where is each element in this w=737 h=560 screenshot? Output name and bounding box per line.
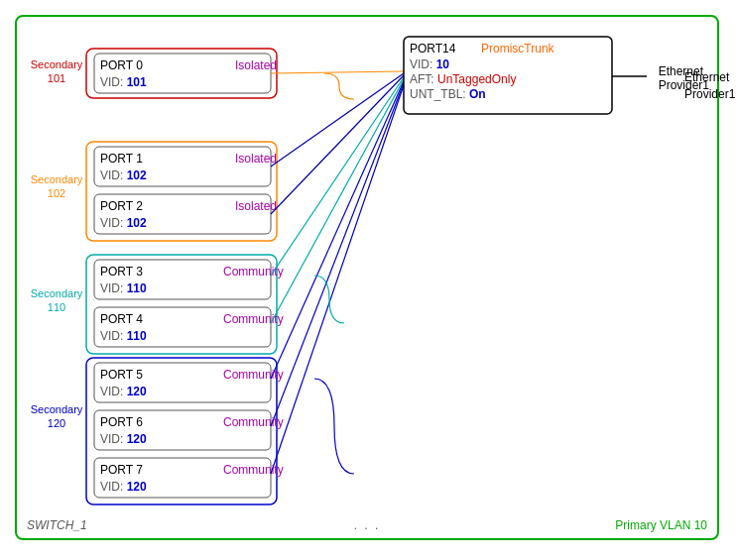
svg-text:PORT 7: PORT 7 xyxy=(100,463,143,477)
svg-text:PORT 4: PORT 4 xyxy=(100,312,143,326)
svg-text:PORT 5: PORT 5 xyxy=(100,368,143,382)
svg-text:110: 110 xyxy=(48,301,65,313)
svg-text:VID: 120: VID: 120 xyxy=(100,480,147,494)
svg-rect-20 xyxy=(94,194,271,234)
svg-text:Isolated: Isolated xyxy=(235,152,277,166)
svg-text:Secondary: Secondary xyxy=(31,58,83,70)
svg-rect-0 xyxy=(86,49,277,98)
port14-type: PromiscTrunk xyxy=(530,42,603,56)
port14-vid: VID: 10 xyxy=(413,56,603,70)
svg-rect-24 xyxy=(94,260,271,299)
svg-text:Secondary: Secondary xyxy=(31,403,83,415)
svg-text:VID: 110: VID: 110 xyxy=(100,329,147,343)
port14-box: PORT14 PromiscTrunk VID: 10 AFT: UnTagge… xyxy=(404,37,612,105)
svg-text:PORT 1: PORT 1 xyxy=(100,152,143,166)
svg-line-47 xyxy=(271,77,404,276)
svg-line-51 xyxy=(271,85,404,474)
svg-text:120: 120 xyxy=(48,417,65,429)
ethernet-outside-label: Ethernet Provider1 xyxy=(684,69,735,103)
svg-rect-12 xyxy=(94,54,271,93)
svg-text:VID: 101: VID: 101 xyxy=(100,75,147,89)
svg-text:Isolated: Isolated xyxy=(235,58,277,72)
svg-text:Community: Community xyxy=(223,312,284,326)
svg-text:Community: Community xyxy=(223,415,284,429)
svg-rect-1 xyxy=(86,142,277,241)
port14-unt: UNT_TBL: On xyxy=(413,86,603,100)
switch-label: SWITCH_1 xyxy=(27,518,87,532)
svg-text:VID: 110: VID: 110 xyxy=(100,281,147,295)
svg-text:VID: 120: VID: 120 xyxy=(100,385,147,398)
svg-text:VID: 102: VID: 102 xyxy=(100,216,147,230)
svg-text:VID: 120: VID: 120 xyxy=(100,432,147,446)
svg-text:PORT 0: PORT 0 xyxy=(100,58,143,72)
svg-rect-2 xyxy=(86,255,277,354)
svg-line-50 xyxy=(271,83,404,426)
svg-text:Community: Community xyxy=(223,463,284,477)
svg-rect-16 xyxy=(94,147,271,186)
svg-rect-3 xyxy=(86,358,277,504)
svg-text:Isolated: Isolated xyxy=(235,199,277,213)
svg-line-46 xyxy=(271,75,404,214)
main-container: SWITCH_1 . . . Primary VLAN 10 PORT14 Pr… xyxy=(15,15,719,540)
svg-text:101: 101 xyxy=(48,72,65,84)
primary-vlan-label: Primary VLAN 10 xyxy=(615,518,707,532)
svg-text:Community: Community xyxy=(223,368,284,382)
svg-line-49 xyxy=(271,81,404,379)
svg-rect-36 xyxy=(94,410,271,450)
port14-name: PORT14 xyxy=(413,42,458,56)
svg-rect-40 xyxy=(94,458,271,498)
svg-text:Community: Community xyxy=(223,265,284,279)
svg-text:PORT 6: PORT 6 xyxy=(100,415,143,429)
connections-svg: Secondary 101 Secondary 102 Secondary 11… xyxy=(17,17,717,538)
svg-line-45 xyxy=(271,73,404,167)
port14-aft: AFT: UnTaggedOnly xyxy=(413,71,603,85)
svg-text:Secondary: Secondary xyxy=(31,287,83,299)
svg-rect-32 xyxy=(94,363,271,402)
dots-label: . . . xyxy=(354,518,381,532)
svg-line-44 xyxy=(271,71,404,73)
svg-text:102: 102 xyxy=(48,187,65,199)
port14-header: PORT14 PromiscTrunk xyxy=(413,42,603,56)
svg-text:VID: 102: VID: 102 xyxy=(100,168,147,182)
svg-text:Secondary: Secondary xyxy=(31,173,83,185)
svg-text:PORT 3: PORT 3 xyxy=(100,265,143,279)
svg-line-48 xyxy=(271,79,404,323)
svg-text:PORT 2: PORT 2 xyxy=(100,199,143,213)
svg-rect-28 xyxy=(94,307,271,347)
